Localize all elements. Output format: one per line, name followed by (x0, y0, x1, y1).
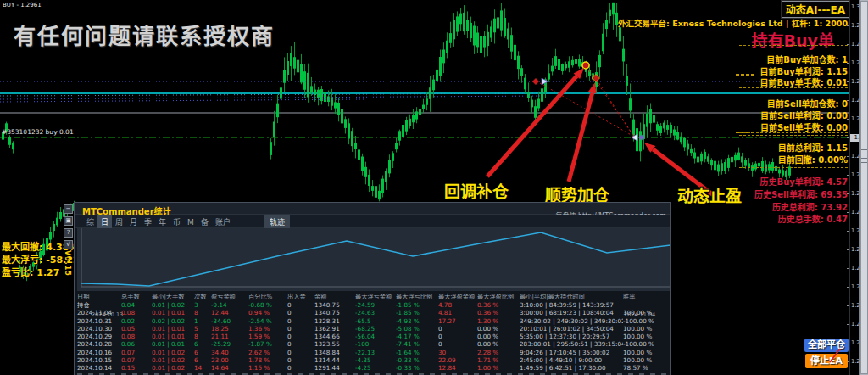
tab-备[interactable]: 备 (198, 215, 212, 228)
ea-stat-row: 目前总利润: 1.15 (778, 141, 848, 154)
contact-watermark: 有任何问题请联系授权商 (14, 19, 275, 50)
tab-账户[interactable]: 账户 (212, 215, 234, 228)
table-row[interactable]: 持仓0.040.01 | 0.023-9.14-0.68 %01340.75-2… (77, 301, 670, 309)
table-cell: -4.93 % (396, 317, 438, 325)
price-tick (847, 268, 849, 269)
price-tick (847, 137, 849, 138)
table-cell: 0.94 % (248, 309, 287, 316)
table-cell: 1:49:59 | 6:42:51 | 17:30:00 (520, 364, 623, 372)
table-cell: 0.15 (121, 364, 152, 372)
table-row[interactable]: 2024.10.300.050.01 | 0.01518.251.36 %013… (77, 325, 670, 333)
panel-view-button[interactable]: ▣ (64, 216, 73, 226)
table-cell: -4.17 % (396, 333, 438, 340)
column-header: 最大浮亏比例 (396, 293, 438, 301)
table-cell: 0.07 (121, 349, 152, 356)
table-cell: -25.29 (211, 340, 248, 348)
panel-minimize-button[interactable]: − (64, 204, 73, 214)
table-cell: 17.27 (438, 317, 477, 325)
table-cell: 3:10:00 | 84:39:59 | 143:39:57 (520, 301, 623, 309)
table-cell: 1344.66 (314, 333, 355, 340)
table-cell: 2024.10.31 (77, 317, 121, 325)
table-cell: 14.64 (211, 364, 248, 372)
table-cell: -1.85 % (396, 309, 438, 316)
table-cell: 0.01 | 0.01 (152, 333, 194, 340)
ea-stat-row: 目前Buy单加仓数: 1 (766, 53, 848, 65)
table-cell: -100.00 % (623, 317, 662, 325)
panel-confirm-button[interactable]: √ (64, 240, 73, 249)
table-cell: -0.68 % (248, 301, 287, 309)
table-cell: 1 (194, 317, 211, 325)
table-cell: 1.15 % (248, 364, 287, 372)
table-row[interactable]: 2024.10.150.070.01 | 0.02623.001.78 %013… (77, 356, 670, 364)
table-row[interactable]: 2024.10.160.070.01 | 0.02634.402.62 %013… (77, 349, 670, 356)
table-cell: 1.30 % (477, 317, 520, 325)
table-cell: 4.78 (438, 301, 477, 309)
platform-info: 外汇交易平台: Exness Technologies Ltd | 杠杆: 1:… (618, 17, 848, 29)
mtcommander-stats-panel: MTCommander统计 复盘侠 http://MTCommander.com… (74, 202, 671, 375)
table-cell: 0 (287, 333, 314, 340)
statistics-table: 日期总手数最小|大手数次数盈亏金额百分比%出入金余额最大浮亏金额最大浮亏比例最大… (77, 293, 670, 372)
price-tick (847, 249, 849, 250)
annotation-dynamic-tp: 动态止盈 (677, 183, 742, 206)
table-header-row: 日期总手数最小|大手数次数盈亏金额百分比%出入金余额最大浮亏金额最大浮亏比例最大… (77, 293, 670, 301)
close-all-button[interactable]: 全部平仓 (804, 339, 849, 352)
table-cell: 12.84 (438, 364, 477, 372)
table-cell: 0.00 % (477, 333, 520, 340)
table-cell: 349:30:02 | 349:30:02 | 349:30:02 (520, 317, 623, 325)
tab-M[interactable]: M (184, 217, 198, 227)
table-cell: -4.25 (355, 364, 396, 372)
annotation-pullback-add: 回调补仓 (444, 179, 509, 202)
tab-年[interactable]: 年 (155, 215, 170, 228)
annotation-arrowhead-icon (588, 82, 597, 94)
table-cell: -22.13 (355, 349, 396, 356)
column-header: 次数 (194, 293, 211, 301)
stop-ea-button[interactable]: 停止EA (805, 354, 848, 368)
table-cell: -0.33 % (396, 356, 438, 364)
table-cell: 2024.10.16 (77, 349, 121, 356)
table-cell: -68.25 (355, 325, 396, 333)
table-cell: 0.02 | 0.02 (152, 317, 194, 325)
scrollbar-thumb[interactable] (860, 1, 868, 374)
column-header: 最小|平均|最大持仓时间 (520, 293, 623, 301)
table-cell: 0.04 (121, 301, 152, 309)
table-cell: -100 (355, 340, 396, 348)
table-row[interactable]: 2024.10.280.060.01 | 0.016-25.29-1.87 %0… (77, 340, 670, 348)
vertical-scrollbar[interactable] (859, 0, 868, 375)
table-row[interactable]: 2024.11.040.080.01 | 0.01812.440.94 %013… (77, 309, 670, 316)
table-cell: 100.00 % (623, 309, 662, 316)
table-cell: -4.35 (355, 356, 396, 364)
table-cell: 0.00 % (477, 340, 520, 348)
table-row[interactable]: 2024.10.140.150.01 | 0.021414.641.15 %01… (77, 364, 670, 372)
tab-币[interactable]: 币 (170, 215, 184, 228)
table-cell: 0 (287, 317, 314, 325)
table-cell: 0 (287, 349, 314, 356)
table-cell: -0.33 % (396, 364, 438, 372)
table-cell: 0.01 | 0.01 (152, 309, 194, 316)
table-cell: 1.59 % (248, 333, 287, 340)
tab-综[interactable]: 综 (83, 215, 97, 228)
price-tick (847, 305, 849, 306)
panel-version: V5.15 (64, 250, 71, 277)
table-cell: 8 (194, 309, 211, 316)
track-button[interactable]: 轨迹 (264, 215, 290, 228)
table-cell: 2024.10.15 (77, 356, 121, 364)
table-cell: 20:10:01 | 26:01:02 | 34:50:04 (520, 325, 623, 333)
panel-help-button[interactable]: ? (64, 228, 73, 238)
table-row[interactable]: 2024.10.290.080.01 | 0.01821.111.59 %013… (77, 333, 670, 340)
table-cell: 0.01 | 0.02 (152, 356, 194, 364)
tab-月[interactable]: 月 (126, 215, 141, 228)
table-row[interactable]: 2024.10.310.020.02 | 0.021-34.60-2.54 %0… (77, 317, 670, 325)
tab-日[interactable]: 日 (97, 215, 112, 228)
table-cell: 6 (194, 349, 211, 356)
table-cell: 1348.84 (314, 349, 355, 356)
ea-stat-row: 历史Sell单利润: 69.35 (754, 188, 848, 200)
table-cell: 0.08 (121, 309, 152, 316)
table-cell: 1.36 % (248, 325, 287, 333)
table-cell: 18.25 (211, 325, 248, 333)
trading-terminal: BUY - 1.2961 有任何问题请联系授权商 #353101232 buy … (0, 0, 868, 375)
table-cell: 0.36 % (477, 301, 520, 309)
table-cell: 2.62 % (248, 349, 287, 356)
tab-季[interactable]: 季 (141, 215, 155, 228)
tab-周[interactable]: 周 (112, 215, 126, 228)
table-cell: 1314.44 (314, 356, 355, 364)
